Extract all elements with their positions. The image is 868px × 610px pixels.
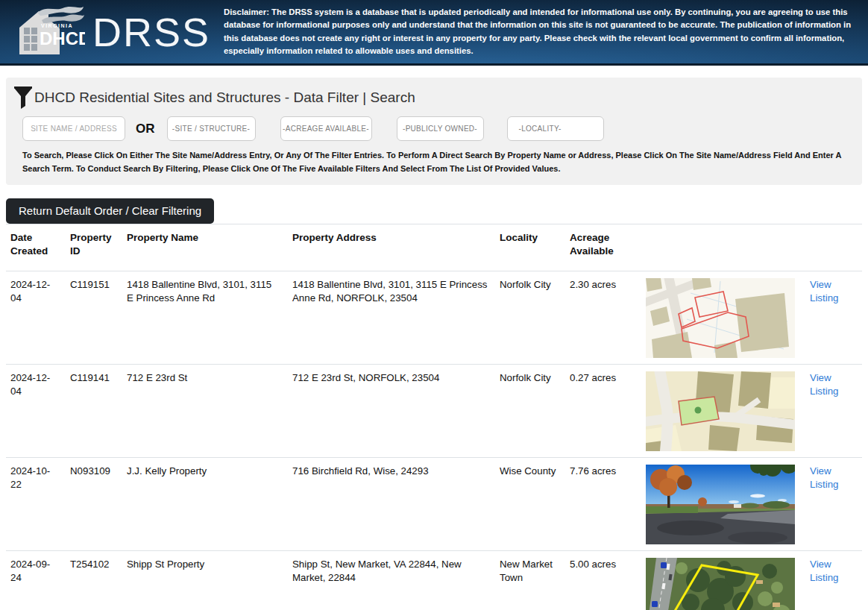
listing-thumbnail-parcel-map [646, 371, 795, 451]
cell-property-address: 1418 Ballentine Blvd, 3101, 3115 E Princ… [288, 271, 495, 364]
dhcd-virginia-logo-icon: VIRGINIA DHCD [16, 5, 85, 59]
listing-thumbnail-street-photo [646, 465, 795, 544]
table-row: 2024-10-22 N093109 J.J. Kelly Property 7… [6, 457, 862, 550]
listing-thumbnail-parcel-map [646, 278, 795, 358]
page-title: DHCD Residential Sites and Structures - … [34, 89, 415, 106]
view-listing-link[interactable]: View Listing [810, 559, 838, 583]
cell-property-id: C119151 [66, 271, 122, 364]
cell-locality: Norfolk City [495, 364, 565, 457]
header-property-id: Property ID [66, 224, 122, 271]
table-row: 2024-12-04 C119151 1418 Ballentine Blvd,… [6, 271, 862, 364]
logo-dhcd-text: DHCD [40, 28, 85, 48]
header-image [641, 224, 805, 271]
listings-table: Date Created Property ID Property Name P… [6, 224, 862, 610]
cell-property-address: 716 Birchfield Rd, Wise, 24293 [288, 457, 495, 550]
cell-acreage: 5.00 acres [565, 550, 641, 610]
app-title: DRSS [92, 12, 210, 52]
header-locality: Locality [495, 224, 565, 271]
search-instructions: To Search, Please Click On Either The Si… [22, 149, 852, 175]
logo-virginia-text: VIRGINIA [41, 23, 73, 28]
cell-acreage: 7.76 acres [565, 457, 641, 550]
cell-property-id: N093109 [66, 457, 122, 550]
cell-locality: New Market Town [495, 550, 565, 610]
cell-acreage: 0.27 acres [565, 364, 641, 457]
app-header: VIRGINIA DHCD DRSS Disclaimer: The DRSS … [0, 0, 868, 66]
filter-panel: DHCD Residential Sites and Structures - … [6, 78, 862, 185]
cell-property-id: C119141 [66, 364, 122, 457]
filter-publicly-owned[interactable]: -PUBLICLY OWNED- [397, 116, 484, 141]
header-date-created: Date Created [6, 224, 66, 271]
cell-property-name: 712 E 23rd St [122, 364, 288, 457]
view-listing-link[interactable]: View Listing [810, 372, 838, 397]
table-row: 2024-09-24 T254102 Shipp St Property Shi… [6, 550, 862, 610]
cell-property-name: 1418 Ballentine Blvd, 3101, 3115 E Princ… [122, 271, 288, 364]
filter-locality[interactable]: -LOCALITY- [507, 116, 604, 141]
view-listing-link[interactable]: View Listing [810, 279, 838, 304]
filter-controls: OR -SITE / STRUCTURE- -ACREAGE AVAILABLE… [22, 116, 852, 141]
cell-property-address: 712 E 23rd St, NORFOLK, 23504 [288, 364, 495, 457]
header-view [805, 224, 862, 271]
table-header-row: Date Created Property ID Property Name P… [6, 224, 862, 271]
clear-filtering-button[interactable]: Return Default Order / Clear Filtering [6, 198, 214, 224]
site-name-address-input[interactable] [22, 116, 125, 141]
filter-site-structure[interactable]: -SITE / STRUCTURE- [167, 116, 256, 141]
view-listing-link[interactable]: View Listing [810, 465, 838, 490]
or-label: OR [136, 122, 155, 136]
cell-date-created: 2024-12-04 [6, 271, 66, 364]
cell-property-name: J.J. Kelly Property [122, 457, 288, 550]
header-property-address: Property Address [288, 224, 495, 271]
cell-date-created: 2024-09-24 [6, 550, 66, 610]
table-row: 2024-12-04 C119141 712 E 23rd St 712 E 2… [6, 364, 862, 457]
disclaimer-text: Disclaimer: The DRSS system is a databas… [224, 6, 868, 58]
cell-property-id: T254102 [66, 550, 122, 610]
filter-funnel-icon [13, 87, 33, 109]
header-property-name: Property Name [122, 224, 288, 271]
cell-date-created: 2024-12-04 [6, 364, 66, 457]
cell-date-created: 2024-10-22 [6, 457, 66, 550]
header-acreage-available: Acreage Available [565, 224, 641, 271]
cell-acreage: 2.30 acres [565, 271, 641, 364]
filter-acreage-available[interactable]: -ACREAGE AVAILABLE- [280, 116, 372, 141]
listing-thumbnail-aerial-photo [646, 558, 795, 610]
cell-property-address: Shipp St, New Market, VA 22844, New Mark… [288, 550, 495, 610]
cell-locality: Norfolk City [495, 271, 565, 364]
cell-locality: Wise County [495, 457, 565, 550]
cell-property-name: Shipp St Property [122, 550, 288, 610]
